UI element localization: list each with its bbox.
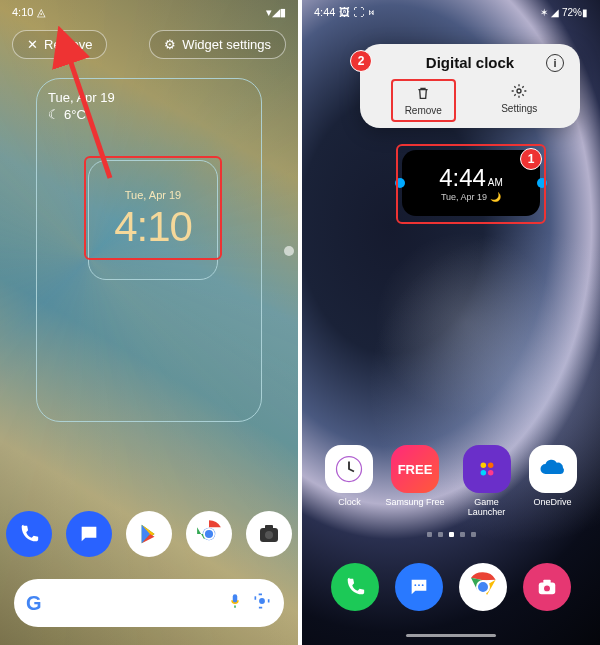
chrome-app[interactable] — [186, 511, 232, 557]
svg-line-0 — [68, 54, 110, 178]
gear-icon — [511, 83, 527, 101]
annotation-arrow — [60, 48, 120, 192]
popup-settings-button[interactable]: Settings — [489, 79, 549, 122]
svg-point-5 — [265, 531, 273, 539]
widget-context-popup: Digital clock i Remove Settings — [360, 44, 580, 128]
svg-point-21 — [543, 585, 550, 592]
samsung-screen: 4:44 🖼 ⛶ ⋈ ✶ ◢ 72%▮ 2 Digital clock i Re… — [302, 0, 600, 645]
camera-app[interactable] — [523, 563, 571, 611]
clock-time: 4:10 — [114, 203, 192, 251]
settings-label: Widget settings — [182, 37, 271, 52]
svg-rect-6 — [265, 525, 273, 529]
page-indicator-dot — [284, 246, 294, 256]
statusbar-left: 4:10 ◬ ▾◢▮ — [0, 0, 298, 24]
clock-date: Tue, Apr 19 — [125, 189, 181, 201]
svg-point-3 — [204, 529, 214, 539]
svg-point-17 — [422, 584, 424, 586]
phone-app[interactable] — [331, 563, 379, 611]
onedrive-app[interactable]: OneDrive — [529, 445, 577, 517]
annotation-badge-1: 1 — [520, 148, 542, 170]
messages-app[interactable] — [66, 511, 112, 557]
trash-icon — [415, 85, 431, 103]
widget-action-row: ✕ Remove ⚙ Widget settings — [0, 30, 298, 59]
game-launcher-app[interactable]: Game Launcher — [457, 445, 517, 517]
info-icon[interactable]: i — [546, 54, 564, 72]
gesture-bar[interactable] — [406, 634, 496, 637]
camera-app[interactable] — [246, 511, 292, 557]
play-store-app[interactable] — [126, 511, 172, 557]
svg-point-14 — [487, 470, 493, 476]
svg-point-16 — [418, 584, 420, 586]
messages-app[interactable] — [395, 563, 443, 611]
popup-remove-label: Remove — [405, 105, 442, 116]
clock-app[interactable]: Clock — [325, 445, 373, 517]
dock-left — [0, 511, 298, 557]
status-time: 4:10 — [12, 6, 33, 18]
phone-app[interactable] — [6, 511, 52, 557]
status-icon: ◬ — [37, 6, 45, 19]
status-right-icons: ✶ ◢ 72%▮ — [540, 7, 588, 18]
close-icon: ✕ — [27, 37, 38, 52]
dock-right — [302, 563, 600, 611]
widget-settings-button[interactable]: ⚙ Widget settings — [149, 30, 286, 59]
google-logo: G — [26, 592, 42, 615]
samsung-free-app[interactable]: FREE Samsung Free — [385, 445, 444, 517]
lens-icon[interactable] — [252, 591, 272, 615]
svg-rect-22 — [543, 580, 550, 584]
popup-settings-label: Settings — [501, 103, 537, 114]
gear-icon: ⚙ — [164, 37, 176, 52]
status-notif-icons: 🖼 ⛶ ⋈ — [339, 6, 373, 18]
svg-point-12 — [487, 463, 493, 469]
moon-icon: 🌙 — [490, 192, 501, 202]
mic-icon[interactable] — [226, 592, 244, 614]
popup-remove-button[interactable]: Remove — [391, 79, 456, 122]
pixel-screen: 4:10 ◬ ▾◢▮ ✕ Remove ⚙ Widget settings — [0, 0, 298, 645]
statusbar-right: 4:44 🖼 ⛶ ⋈ ✶ ◢ 72%▮ — [302, 0, 600, 24]
annotation-badge-2: 2 — [350, 50, 372, 72]
svg-point-15 — [414, 584, 416, 586]
s-clock-time: 4:44AM — [439, 164, 503, 192]
svg-point-9 — [517, 89, 521, 93]
signal-icons: ▾◢▮ — [266, 6, 286, 19]
moon-icon: ☾ — [48, 107, 60, 122]
svg-point-13 — [480, 470, 486, 476]
chrome-app[interactable] — [459, 563, 507, 611]
app-row: Clock FREE Samsung Free Game Launcher On… — [302, 445, 600, 517]
comparison-container: 4:10 ◬ ▾◢▮ ✕ Remove ⚙ Widget settings — [0, 0, 600, 645]
status-time: 4:44 — [314, 6, 335, 18]
search-bar[interactable]: G — [14, 579, 284, 627]
page-indicator — [302, 532, 600, 537]
svg-point-19 — [477, 581, 489, 593]
s-clock-date: Tue, Apr 19🌙 — [441, 192, 501, 202]
popup-title: Digital clock — [426, 54, 514, 71]
svg-point-8 — [259, 598, 265, 604]
svg-point-11 — [480, 463, 486, 469]
